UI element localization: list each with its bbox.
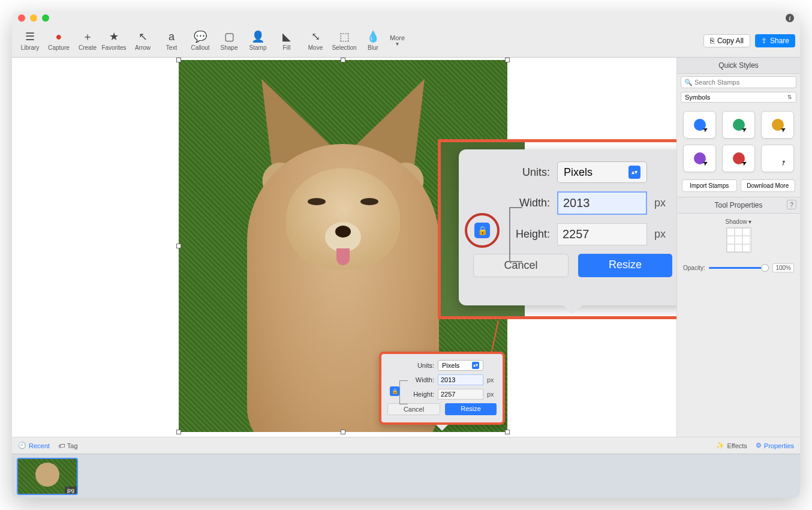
move-label: Move [308,44,323,51]
share-icon: ⇪ [761,37,767,45]
stamps-category-select[interactable]: Symbols ⇅ [681,92,796,103]
cursor-stamp-icon: ➤ [694,152,706,164]
annotation-highlight-circle [465,213,500,248]
resize-popover-zoomed: Units: Pixels ▴▾ Width: px Height: [438,139,676,319]
shape-icon: ▢ [224,30,234,43]
main-toolbar: ☰Library●Capture＋Create ★Favorites↖Arrow… [12,24,800,58]
library-icon: ☰ [25,30,35,43]
text-tool[interactable]: aText [158,27,185,55]
library-label: Library [21,44,40,51]
favorites-icon: ★ [109,30,119,43]
units-select[interactable]: Pixels ▴▾ [557,161,647,183]
tag-icon: 🏷 [58,442,65,449]
effects-button[interactable]: ✨ Effects [716,442,747,449]
shadow-direction-picker[interactable] [726,227,751,253]
selection-handle[interactable] [505,58,510,62]
cursor-stamp-icon: ➤ [772,119,784,131]
width-input[interactable] [557,191,647,215]
stamp-swatch[interactable]: ➤ [722,111,755,139]
stamp-tool[interactable]: 👤Stamp [245,27,271,55]
blur-label: Blur [368,44,378,51]
cursor-stamp-icon: ➤ [694,119,706,131]
selection-handle[interactable] [341,58,345,62]
opacity-slider[interactable] [709,267,769,269]
thumbnail[interactable]: jpg [17,458,78,495]
callout-icon: 💬 [194,30,207,43]
width-input[interactable] [438,374,483,385]
stamp-swatch[interactable]: ➤ [683,145,716,172]
tag-button[interactable]: 🏷 Tag [58,442,78,449]
cursor-stamp-icon: ➤ [733,119,745,131]
tool-properties-header: Tool Properties ? [677,197,800,214]
opacity-value: 100% [772,263,794,272]
recent-button[interactable]: 🕘 Recent [18,442,50,449]
blur-tool[interactable]: 💧Blur [360,27,386,55]
editor-canvas[interactable]: 🔒 Units: Pixels ▴▾ Width: px Height: [12,58,676,437]
shape-tool[interactable]: ▢Shape [216,27,242,55]
traffic-lights [18,14,49,22]
search-stamps-input[interactable] [681,76,796,88]
download-more-button[interactable]: Download More [741,179,796,192]
cursor-stamp-icon: ➤ [733,152,745,164]
status-bar: 🕘 Recent 🏷 Tag ✨ Effects ⚙ Properties [12,437,800,454]
move-tool[interactable]: ⤡Move [302,27,329,55]
clipboard-icon: ⎘ [710,37,714,45]
selection-handle[interactable] [176,430,181,434]
stamp-swatch[interactable]: ➤ [722,145,755,172]
more-menu[interactable]: More▼ [390,34,405,47]
properties-button[interactable]: ⚙ Properties [756,442,794,449]
shape-label: Shape [221,44,238,51]
favorites-tool[interactable]: ★Favorites [101,27,127,55]
height-input[interactable] [438,389,483,400]
stamp-label: Stamp [249,44,267,51]
close-window-button[interactable] [18,14,25,22]
fill-icon: ◣ [282,30,291,43]
create-tool[interactable]: ＋Create [74,27,101,55]
minimize-window-button[interactable] [30,14,37,22]
copy-all-button[interactable]: ⎘ Copy All [703,34,750,47]
info-icon[interactable]: i [786,14,794,22]
capture-icon: ● [56,30,62,43]
resize-button[interactable]: Resize [578,254,672,277]
maximize-window-button[interactable] [42,14,49,22]
titlebar: i [12,12,800,24]
create-icon: ＋ [82,30,93,43]
lock-aspect-icon[interactable]: 🔒 [390,386,399,396]
cancel-button[interactable]: Cancel [387,403,440,415]
share-button[interactable]: ⇪ Share [755,34,795,47]
resize-button[interactable]: Resize [445,403,497,415]
callout-label: Callout [191,44,209,51]
unit-suffix: px [654,228,672,241]
stamp-icon: 👤 [251,30,264,43]
callout-tool[interactable]: 💬Callout [187,27,213,55]
shadow-label: Shadow ▾ [684,218,793,225]
stamp-swatch[interactable]: ➤ [761,111,794,139]
capture-tool[interactable]: ●Capture [46,27,72,55]
help-icon[interactable]: ? [787,200,796,209]
chevron-updown-icon: ⇅ [787,94,792,100]
unit-suffix: px [487,391,497,398]
arrow-tool[interactable]: ↖Arrow [130,27,156,55]
text-label: Text [166,44,177,51]
selection-handle[interactable] [341,430,345,434]
text-icon: a [169,30,175,43]
clock-icon: 🕘 [18,442,26,449]
selection-handle[interactable] [505,430,510,434]
units-label: Units: [522,166,550,179]
fill-label: Fill [283,44,291,51]
selection-icon: ⬚ [339,30,350,43]
capture-tray: jpg [12,454,800,498]
height-input[interactable] [557,223,647,245]
cursor-stamp-icon: ↗ [772,152,784,164]
library-tool[interactable]: ☰Library [17,27,43,55]
stamp-swatch[interactable]: ↗ [761,145,794,172]
units-select[interactable]: Pixels ▴▾ [438,360,483,371]
fill-tool[interactable]: ◣Fill [273,27,300,55]
selection-handle[interactable] [176,58,181,62]
selection-tool[interactable]: ⬚Selection [331,27,357,55]
stamp-swatch[interactable]: ➤ [683,111,716,139]
import-stamps-button[interactable]: Import Stamps [682,179,737,192]
arrow-label: Arrow [135,44,151,51]
selection-handle[interactable] [176,244,181,248]
selection-label: Selection [332,44,356,51]
